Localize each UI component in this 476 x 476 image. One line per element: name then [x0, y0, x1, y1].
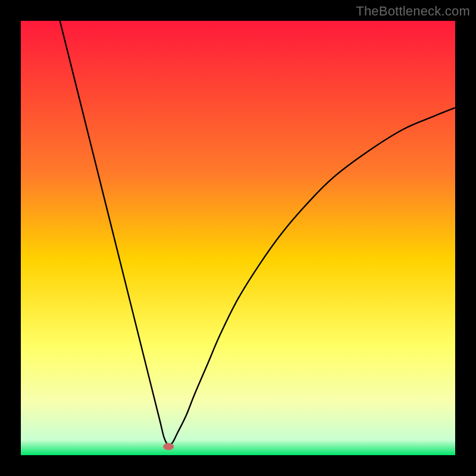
gradient-background [21, 21, 455, 455]
chart-svg [21, 21, 455, 455]
watermark-text: TheBottleneck.com [356, 4, 470, 19]
minimum-marker [163, 443, 174, 450]
plot-area [21, 21, 455, 455]
chart-frame: TheBottleneck.com [0, 0, 476, 476]
